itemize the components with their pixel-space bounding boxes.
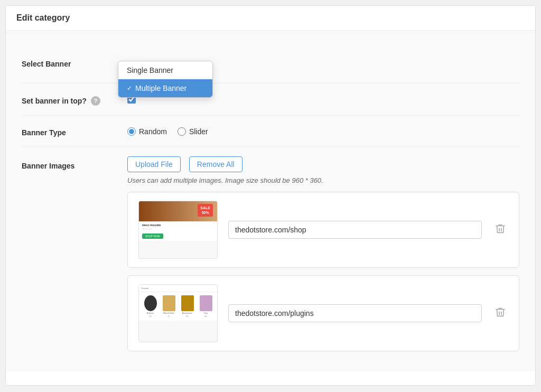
radio-random[interactable] bbox=[127, 127, 136, 136]
set-banner-top-row: Set banner in top? ? bbox=[22, 83, 519, 116]
banner-dropdown-menu: Single Banner ✓ Multiple Banner bbox=[118, 61, 213, 98]
plugins-nav-text: Yoursite bbox=[141, 287, 148, 290]
plugin-count-2: (5) bbox=[168, 315, 170, 318]
radio-slider-label[interactable]: Slider bbox=[178, 127, 208, 136]
plugin-img-1 bbox=[144, 295, 157, 311]
plugin-label-4: Tops bbox=[204, 312, 208, 314]
select-banner-row: Select Banner Single Banner ✓ Multiple B… bbox=[22, 41, 519, 83]
dropdown-option-multiple[interactable]: ✓ Multiple Banner bbox=[118, 79, 212, 97]
plugin-img-2 bbox=[163, 295, 175, 311]
plugins-nav-bar: Yoursite bbox=[139, 285, 217, 292]
plugin-product-4: Tops (89) bbox=[200, 295, 212, 318]
form-body: Select Banner Single Banner ✓ Multiple B… bbox=[6, 31, 535, 371]
product-desc: — — — bbox=[142, 227, 214, 230]
help-icon[interactable]: ? bbox=[91, 96, 100, 106]
shop-cta: SHOP NOW bbox=[142, 234, 163, 239]
checkmark-icon: ✓ bbox=[127, 85, 132, 92]
banner-images-control: Upload File Remove All Users can add mul… bbox=[127, 156, 519, 351]
banner-url-input-1[interactable] bbox=[228, 221, 482, 239]
plugin-label-1: Bottoms bbox=[147, 312, 154, 314]
banner-hint: Users can add multiple images. Image siz… bbox=[127, 176, 519, 184]
banner-type-label: Banner Type bbox=[22, 125, 127, 137]
page-title: Edit category bbox=[6, 6, 535, 31]
remove-all-button[interactable]: Remove All bbox=[189, 156, 242, 172]
trash-icon-2 bbox=[495, 306, 506, 321]
edit-category-panel: Edit category Select Banner Single Banne… bbox=[5, 5, 536, 386]
plugin-product-2: Blou & Tanks (5) bbox=[163, 295, 175, 318]
banner-thumbnail-1: SALE50% Hero Hoodie — — — SHOP NOW bbox=[138, 201, 218, 259]
sale-badge: SALE50% bbox=[198, 204, 213, 217]
banner-images-buttons: Upload File Remove All bbox=[127, 156, 519, 172]
plugin-product-1: Bottoms (22) bbox=[144, 295, 157, 318]
radio-slider[interactable] bbox=[178, 127, 186, 136]
radio-random-text: Random bbox=[139, 127, 167, 136]
plugin-img-4 bbox=[200, 295, 212, 311]
upload-file-button[interactable]: Upload File bbox=[127, 156, 181, 172]
shop-top-bar: SALE50% bbox=[139, 201, 217, 221]
plugin-label-2: Blou & Tanks bbox=[163, 312, 174, 314]
multiple-banner-label: Multiple Banner bbox=[135, 84, 186, 92]
banner-images-label: Banner Images bbox=[22, 156, 127, 170]
banner-type-row: Banner Type Random Slider bbox=[22, 116, 519, 147]
select-banner-label: Select Banner bbox=[22, 57, 127, 68]
trash-icon-1 bbox=[495, 223, 506, 237]
plugin-count-1: (22) bbox=[149, 315, 152, 318]
banner-card-2: Yoursite Bottoms (22) Blou bbox=[127, 275, 519, 351]
product-title: Hero Hoodie bbox=[142, 223, 214, 227]
radio-random-label[interactable]: Random bbox=[127, 127, 167, 136]
banner-images-row: Banner Images Upload File Remove All Use… bbox=[22, 147, 519, 361]
banner-thumbnail-2: Yoursite Bottoms (22) Blou bbox=[138, 284, 218, 342]
delete-banner-button-2[interactable] bbox=[492, 304, 508, 323]
plugin-count-4: (89) bbox=[204, 315, 207, 318]
set-banner-top-label: Set banner in top? ? bbox=[22, 93, 127, 106]
radio-slider-text: Slider bbox=[189, 127, 208, 136]
plugin-label-3: Accessories bbox=[182, 312, 192, 314]
shop-bottom-area: Hero Hoodie — — — SHOP NOW bbox=[139, 221, 217, 241]
shop-banner-image: SALE50% Hero Hoodie — — — SHOP NOW bbox=[139, 201, 217, 258]
banner-type-radio-group: Random Slider bbox=[127, 125, 519, 136]
banner-card-1: SALE50% Hero Hoodie — — — SHOP NOW bbox=[127, 192, 519, 268]
plugin-product-3: Accessories (60) bbox=[181, 295, 194, 318]
single-banner-label: Single Banner bbox=[127, 66, 173, 74]
plugins-banner-image: Yoursite Bottoms (22) Blou bbox=[139, 285, 217, 342]
plugin-img-3 bbox=[181, 295, 194, 311]
delete-banner-button-1[interactable] bbox=[492, 221, 508, 239]
dropdown-option-single[interactable]: Single Banner bbox=[118, 61, 212, 79]
banner-type-control: Random Slider bbox=[127, 125, 519, 136]
plugins-products-row: Bottoms (22) Blou & Tanks (5) bbox=[139, 292, 217, 321]
select-banner-control: Single Banner ✓ Multiple Banner bbox=[127, 58, 519, 67]
banner-url-input-2[interactable] bbox=[228, 304, 482, 322]
plugin-count-3: (60) bbox=[186, 315, 189, 318]
